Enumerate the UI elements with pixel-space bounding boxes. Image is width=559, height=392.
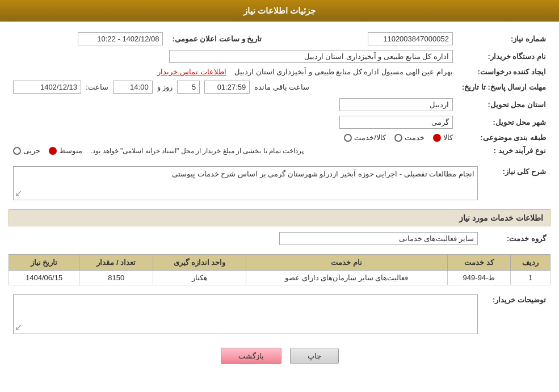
button-row: چاپ بازگشت <box>9 348 550 376</box>
tozihat-label: توضیحات خریدار: <box>482 292 550 336</box>
cell-kod: ط-94-949 <box>447 271 511 285</box>
group-khedmat-input: سایر فعالیت‌های خدماتی <box>279 232 478 245</box>
tarikh-elan-label: تاریخ و ساعت اعلان عمومی: <box>167 30 270 48</box>
saat-baghi-input: 01:27:59 <box>204 81 250 94</box>
tozihat-textarea[interactable] <box>13 294 478 334</box>
tabaqe-value: کالا/خدمت خدمت کالا <box>9 131 457 144</box>
shomareNiaz-label: شماره نیاز: <box>457 30 550 48</box>
cell-vahed: هکتار <box>153 271 246 285</box>
noeFarayand-label: نوع فرآیند خرید : <box>457 144 550 157</box>
col-tedad: تعداد / مقدار <box>79 255 153 271</box>
shahr-label: شهر محل تحویل: <box>457 113 550 131</box>
tozihat-value: ↙ <box>9 292 482 336</box>
khadamat-section-header: اطلاعات خدمات مورد نیاز <box>9 209 550 226</box>
radio-motavaset[interactable]: متوسط <box>49 146 82 155</box>
radio-kala[interactable]: کالا <box>433 133 453 142</box>
resize-icon: ↙ <box>15 188 22 199</box>
namDastgah-label: نام دستگاه خریدار: <box>457 48 550 65</box>
bazgasht-button[interactable]: بازگشت <box>221 348 281 364</box>
noeFarayand-value: جزیی متوسط پرداخت تمام یا بخشی از مبلغ خ… <box>9 144 457 157</box>
col-tarikh: تاریخ نیاز <box>9 255 79 271</box>
namDastgah-input: اداره کل منابع طبیعی و آبخیزداری استان ا… <box>169 50 453 63</box>
date-time-row: 1402/12/13 ساعت: 14:00 روز و 5 01:27:59 <box>13 81 453 94</box>
row-shahr: شهر محل تحویل: گرمی <box>9 113 550 131</box>
ittela-link[interactable]: اطلاعات تماس خریدار <box>157 68 226 76</box>
radio-kala-label: کالا <box>443 133 453 142</box>
group-khedmat-table: گروه خدمت: سایر فعالیت‌های خدماتی <box>9 230 550 247</box>
row-sharh: شرح کلی نیاز: انجام مطالعات تفصیلی - اجر… <box>9 164 550 203</box>
cell-radif: 1 <box>511 271 550 285</box>
services-table-body: 1ط-94-949فعالیت‌های سایر سازمان‌های دارا… <box>9 271 550 285</box>
sharh-textarea-wrapper: انجام مطالعات تفصیلی - اجرایی حوزه آبخیز… <box>13 166 478 200</box>
content-area: شماره نیاز: 1102003847000052 تاریخ و ساع… <box>0 22 559 384</box>
noeFarayand-radio-group: جزیی متوسط پرداخت تمام یا بخشی از مبلغ خ… <box>13 146 453 155</box>
radio-jozi-circle <box>13 147 21 155</box>
radio-kala-khedmat-label: کالا/خدمت <box>354 133 386 142</box>
services-table: ردیف کد خدمت نام خدمت واحد اندازه گیری ت… <box>9 254 550 285</box>
time-input: 14:00 <box>113 81 153 94</box>
table-row: 1ط-94-949فعالیت‌های سایر سازمان‌های دارا… <box>9 271 550 285</box>
row-mohlat: مهلت ارسال پاسخ: تا تاریخ: 1402/12/13 سا… <box>9 78 550 96</box>
ostan-label: استان محل تحویل: <box>457 96 550 113</box>
page-title: جزئیات اطلاعات نیاز <box>243 6 316 15</box>
cell-tedad: 8150 <box>79 271 153 285</box>
services-table-header-row: ردیف کد خدمت نام خدمت واحد اندازه گیری ت… <box>9 255 550 271</box>
shomareNiaz-input: 1102003847000052 <box>368 32 453 45</box>
radio-jozi[interactable]: جزیی <box>13 146 40 155</box>
radio-kala-khedmat[interactable]: کالا/خدمت <box>344 133 386 142</box>
group-khedmat-value: سایر فعالیت‌های خدماتی <box>9 230 482 247</box>
ostan-value: اردبیل <box>9 96 457 113</box>
row-group-khedmat: گروه خدمت: سایر فعالیت‌های خدماتی <box>9 230 550 247</box>
saat-baghi-label: ساعت باقی مانده <box>254 83 309 91</box>
cell-tarikh: 1404/06/15 <box>9 271 79 285</box>
page-header: جزئیات اطلاعات نیاز <box>0 0 559 22</box>
sharh-label: شرح کلی نیاز: <box>482 164 550 203</box>
row-namDastgah: نام دستگاه خریدار: اداره کل منابع طبیعی … <box>9 48 550 65</box>
col-radif: ردیف <box>511 255 550 271</box>
roz-label: روز و <box>157 83 173 91</box>
mohlat-value: 1402/12/13 ساعت: 14:00 روز و 5 01:27:59 <box>9 78 457 96</box>
shahr-input: گرمی <box>339 116 453 129</box>
tozihat-table: توضیحات خریدار: ↙ <box>9 292 550 336</box>
shahr-value: گرمی <box>9 113 457 131</box>
services-table-head: ردیف کد خدمت نام خدمت واحد اندازه گیری ت… <box>9 255 550 271</box>
page-container: جزئیات اطلاعات نیاز شماره نیاز: 11020038… <box>0 0 559 392</box>
tozihat-resize-icon: ↙ <box>15 322 22 332</box>
row-ostan: استان محل تحویل: اردبیل <box>9 96 550 113</box>
group-khedmat-label: گروه خدمت: <box>482 230 550 247</box>
sharh-textarea[interactable]: انجام مطالعات تفصیلی - اجرایی حوزه آبخیز… <box>13 166 478 200</box>
radio-jozi-label: جزیی <box>23 146 40 155</box>
row-ijadKonnande: ایجاد کننده درخواست: بهرام عین الهی مسیو… <box>9 65 550 78</box>
cell-nam: فعالیت‌های سایر سازمان‌های دارای عضو <box>246 271 447 285</box>
ijadKonnande-value: بهرام عین الهی مسیول اداره کل منابع طبیع… <box>9 65 457 78</box>
radio-khedmat-circle <box>394 134 402 142</box>
radio-motavaset-label: متوسط <box>59 146 82 155</box>
radio-kala-circle <box>433 134 441 142</box>
ijadKonnande-label: ایجاد کننده درخواست: <box>457 65 550 78</box>
row-shomareNiaz: شماره نیاز: 1102003847000052 تاریخ و ساع… <box>9 30 550 48</box>
noeFarayand-note: پرداخت تمام یا بخشی از مبلغ خریدار از مح… <box>91 147 304 155</box>
radio-khedmat[interactable]: خدمت <box>394 133 424 142</box>
row-tabaqe: طبقه بندی موضوعی: کالا/خدمت خدمت <box>9 131 550 144</box>
tarikh-elan-input: 1402/12/08 - 10:22 <box>78 32 163 45</box>
shomareNiaz-value: 1102003847000052 <box>298 30 457 48</box>
col-kod: کد خدمت <box>447 255 511 271</box>
date-input: 1402/12/13 <box>13 81 81 94</box>
sharh-value: انجام مطالعات تفصیلی - اجرایی حوزه آبخیز… <box>9 164 482 203</box>
info-table: شماره نیاز: 1102003847000052 تاریخ و ساع… <box>9 30 550 157</box>
row-noeFarayand: نوع فرآیند خرید : جزیی متوسط پرداخت تمام… <box>9 144 550 157</box>
tozihat-textarea-wrapper: ↙ <box>13 294 478 334</box>
chap-button[interactable]: چاپ <box>290 348 339 364</box>
namDastgah-value: اداره کل منابع طبیعی و آبخیزداری استان ا… <box>9 48 457 65</box>
roz-input: 5 <box>177 81 200 94</box>
ostan-input: اردبیل <box>339 98 453 111</box>
time-label: ساعت: <box>86 83 108 91</box>
tabaqe-label: طبقه بندی موضوعی: <box>457 131 550 144</box>
radio-khedmat-label: خدمت <box>405 133 424 142</box>
radio-kala-khedmat-circle <box>344 134 352 142</box>
col-nam: نام خدمت <box>246 255 447 271</box>
tarikh-elan-value: 1402/12/08 - 10:22 <box>9 30 167 48</box>
radio-motavaset-circle <box>49 147 57 155</box>
sharh-table: شرح کلی نیاز: انجام مطالعات تفصیلی - اجر… <box>9 164 550 203</box>
tabaqe-radio-group: کالا/خدمت خدمت کالا <box>13 133 453 142</box>
